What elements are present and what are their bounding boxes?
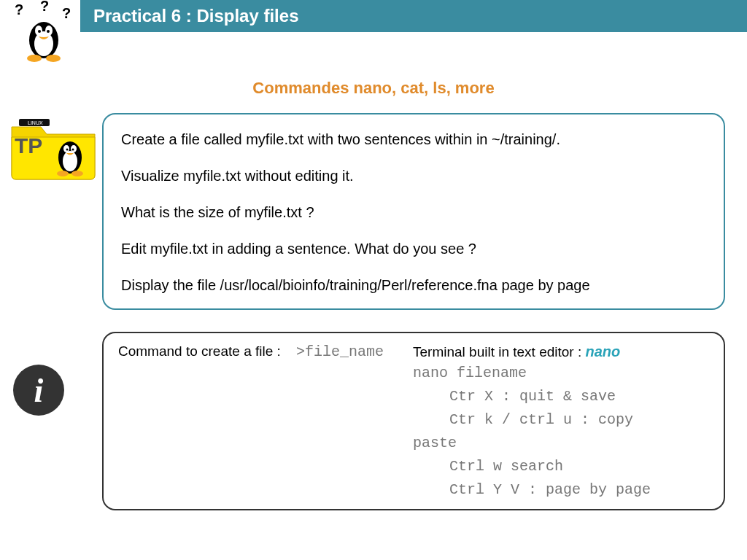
info-right-col: Terminal built in text editor : nano nan… xyxy=(413,343,709,502)
svg-point-21 xyxy=(71,171,83,176)
header-bar: Practical 6 : Display files xyxy=(80,0,747,32)
nano-name: nano xyxy=(586,343,621,359)
info-box: Command to create a file : >file_name Te… xyxy=(102,332,725,510)
question-line: Display the file /usr/local/bioinfo/trai… xyxy=(121,275,706,295)
nano-usage: nano filename xyxy=(413,365,527,381)
question-line: Create a file called myfile.txt with two… xyxy=(121,129,706,149)
tux-questionmarks-image: ? ? ? xyxy=(11,0,77,66)
question-line: What is the size of myfile.txt ? xyxy=(121,202,706,222)
info-left-col: Command to create a file : >file_name xyxy=(118,343,384,502)
svg-point-10 xyxy=(46,55,61,62)
svg-text:LINUX: LINUX xyxy=(28,120,43,125)
svg-text:TP: TP xyxy=(15,133,42,158)
nano-shortcut: Ctr X : quit & save xyxy=(413,385,709,408)
nano-shortcut: Ctrl Y V : page by page xyxy=(413,478,709,502)
svg-text:?: ? xyxy=(15,1,23,18)
svg-text:?: ? xyxy=(62,5,71,21)
svg-point-7 xyxy=(38,30,41,33)
question-line: Edit myfile.txt in adding a sentence. Wh… xyxy=(121,238,706,259)
nano-paste: paste xyxy=(413,435,457,451)
create-file-label: Command to create a file : xyxy=(118,343,281,359)
svg-text:?: ? xyxy=(40,0,49,14)
create-file-code: >file_name xyxy=(296,343,384,360)
editor-label: Terminal built in text editor : xyxy=(413,344,581,359)
nano-shortcut: Ctr k / ctrl u : copy xyxy=(413,408,709,432)
svg-point-18 xyxy=(66,149,69,151)
svg-point-9 xyxy=(27,55,42,62)
tp-folder-icon: LINUX TP xyxy=(6,115,101,181)
svg-point-20 xyxy=(57,171,69,176)
question-line: Visualize myfile.txt without editing it. xyxy=(121,166,706,186)
questions-box: Create a file called myfile.txt with two… xyxy=(102,113,725,310)
svg-point-19 xyxy=(72,149,74,151)
nano-shortcut: Ctrl w search xyxy=(413,455,709,478)
info-icon: i xyxy=(13,365,64,416)
subtitle: Commandes nano, cat, ls, more xyxy=(0,79,747,98)
svg-point-8 xyxy=(47,30,50,33)
page-title: Practical 6 : Display files xyxy=(93,6,298,26)
